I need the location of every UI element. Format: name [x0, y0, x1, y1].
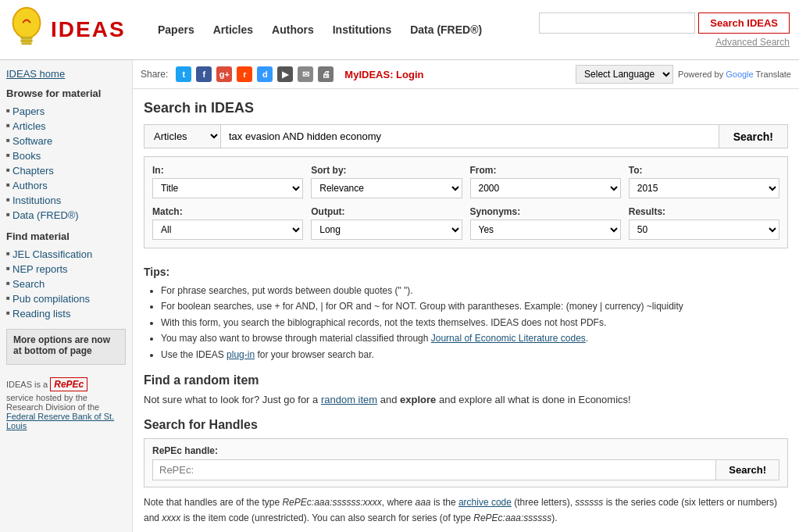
filter-from: From: 1969 1980 1990 2000 2005 2010 2015: [470, 165, 621, 198]
handles-section: Search for Handles RePEc handle: Search!…: [133, 418, 799, 532]
svg-rect-3: [21, 42, 32, 45]
search-query-input[interactable]: [220, 124, 719, 148]
handle-box: RePEc handle: Search!: [144, 438, 788, 487]
toolbar-row: Share: t f g+ r d ▶ ✉ 🖨 MyIDEAS: Login S…: [133, 60, 799, 89]
filter-grid: In: Title Abstract Author JEL code Sort …: [144, 156, 788, 248]
tip-1: For phrase searches, put words between d…: [161, 283, 788, 298]
filter-to-select[interactable]: 2000 2005 2010 2015 2016: [629, 178, 779, 198]
search-type-select[interactable]: Articles Papers Software Books Chapters …: [144, 124, 220, 148]
share-label: Share:: [141, 69, 168, 80]
nav-authors[interactable]: Authors: [272, 23, 314, 36]
handles-title: Search for Handles: [144, 418, 788, 432]
sidebar-item-books: Books: [6, 148, 126, 163]
share-area: Share: t f g+ r d ▶ ✉ 🖨 MyIDEAS: Login: [141, 66, 424, 82]
archive-code-link[interactable]: archive code: [458, 497, 512, 508]
sidebar-item-articles: Articles: [6, 119, 126, 134]
svg-rect-1: [20, 37, 32, 40]
repec-logo: RePEc: [50, 377, 87, 391]
footer-text2: service hosted by the Research Division …: [6, 393, 99, 412]
sidebar-item-chapters: Chapters: [6, 163, 126, 178]
tip-3: With this form, you search the biblograp…: [161, 315, 788, 330]
header-search-button[interactable]: Search IDEAS: [698, 12, 790, 34]
translate-area: Select Language Powered by Google Transl…: [576, 65, 791, 84]
filter-in-label: In:: [152, 165, 303, 176]
tip-2: For boolean searches, use + for AND, | f…: [161, 298, 788, 314]
tip-5: Use the IDEAS plug-in for your browser s…: [161, 347, 788, 362]
nav-papers[interactable]: Papers: [158, 23, 194, 36]
header-search-row: Search IDEAS: [539, 12, 790, 34]
gplus-share-icon[interactable]: g+: [216, 66, 232, 82]
language-select[interactable]: Select Language: [576, 65, 673, 84]
filter-match-select[interactable]: All Any: [152, 220, 303, 240]
nav-institutions[interactable]: Institutions: [333, 23, 391, 36]
main-nav: Papers Articles Authors Institutions Dat…: [158, 23, 539, 36]
jel-link[interactable]: Journal of Economic Literature codes: [431, 333, 586, 344]
search-title: Search in IDEAS: [144, 100, 788, 116]
filter-output: Output: Long Short Cite: [311, 206, 462, 240]
digg-share-icon[interactable]: ▶: [277, 66, 293, 82]
header: IDEAS Papers Articles Authors Institutio…: [0, 0, 799, 60]
filter-sort-select[interactable]: Relevance Date (newest) Date (oldest) Au…: [311, 178, 462, 198]
filter-match-label: Match:: [152, 206, 303, 217]
handle-search-button[interactable]: Search!: [715, 459, 779, 480]
handle-row: Search!: [152, 459, 779, 480]
fed-link[interactable]: Federal Reserve Bank of St. Louis: [6, 412, 114, 430]
sidebar-item-nep: NEP reports: [6, 262, 126, 277]
filter-output-select[interactable]: Long Short Cite: [311, 220, 462, 240]
twitter-share-icon[interactable]: t: [176, 66, 191, 82]
tips-section: Tips: For phrase searches, put words bet…: [133, 266, 799, 373]
svg-point-0: [13, 8, 41, 38]
search-row: Articles Papers Software Books Chapters …: [144, 124, 788, 148]
logo-area: IDEAS: [9, 6, 134, 53]
nav-data[interactable]: Data (FRED®): [410, 23, 482, 36]
translate-text: Translate: [756, 70, 791, 79]
filter-to: To: 2000 2005 2010 2015 2016: [629, 165, 779, 198]
header-search-input[interactable]: [539, 12, 695, 34]
plugin-link[interactable]: plug-in: [227, 349, 255, 360]
main-content: Share: t f g+ r d ▶ ✉ 🖨 MyIDEAS: Login S…: [133, 60, 799, 532]
filter-in-select[interactable]: Title Abstract Author JEL code: [152, 178, 303, 198]
handle-input[interactable]: [152, 459, 715, 480]
tips-list: For phrase searches, put words between d…: [144, 283, 788, 362]
myideas-login-link[interactable]: MyIDEAS: Login: [344, 69, 423, 80]
powered-by: Powered by Google Translate: [678, 70, 791, 79]
nav-articles[interactable]: Articles: [213, 23, 253, 36]
delicious-share-icon[interactable]: d: [257, 66, 273, 82]
email-share-icon[interactable]: ✉: [298, 66, 313, 82]
sidebar-item-software: Software: [6, 134, 126, 148]
search-section: Search in IDEAS Articles Papers Software…: [133, 89, 799, 266]
footer-text1: IDEAS is a: [6, 380, 48, 389]
sidebar-item-papers: Papers: [6, 104, 126, 119]
filter-sort: Sort by: Relevance Date (newest) Date (o…: [311, 165, 462, 198]
handle-label: RePEc handle:: [152, 445, 779, 456]
filter-synonyms-label: Synonyms:: [470, 206, 621, 217]
find-section-title: Find material: [6, 230, 126, 242]
tips-title: Tips:: [144, 266, 788, 278]
filter-results-select[interactable]: 10 20 50 100: [629, 220, 779, 240]
facebook-share-icon[interactable]: f: [196, 66, 212, 82]
more-options-title: More options are now at bottom of page: [13, 334, 119, 356]
filter-synonyms-select[interactable]: Yes No: [470, 220, 621, 240]
print-share-icon[interactable]: 🖨: [318, 66, 334, 82]
random-item-link[interactable]: random item: [321, 394, 377, 405]
reddit-share-icon[interactable]: r: [237, 66, 252, 82]
filter-output-label: Output:: [311, 206, 462, 217]
header-search-area: Search IDEAS Advanced Search: [539, 12, 790, 48]
random-title: Find a random item: [144, 373, 788, 387]
filter-in: In: Title Abstract Author JEL code: [152, 165, 303, 198]
sidebar-item-data: Data (FRED®): [6, 208, 126, 223]
random-section: Find a random item Not sure what to look…: [133, 373, 799, 419]
filter-from-select[interactable]: 1969 1980 1990 2000 2005 2010 2015: [470, 178, 621, 198]
random-desc: Not sure what to look for? Just go for a…: [144, 392, 788, 408]
filter-results-label: Results:: [629, 206, 779, 217]
sidebar-footer: IDEAS is a RePEc service hosted by the R…: [6, 376, 126, 430]
advanced-search-link[interactable]: Advanced Search: [715, 37, 790, 48]
filter-match: Match: All Any: [152, 206, 303, 240]
sidebar-item-authors: Authors: [6, 178, 126, 193]
handles-note: Note that handles are of the type RePEc:…: [144, 495, 788, 525]
sidebar-home-link[interactable]: IDEAS home: [6, 68, 126, 80]
google-text: Google: [726, 70, 753, 79]
filter-synonyms: Synonyms: Yes No: [470, 206, 621, 240]
search-button[interactable]: Search!: [719, 124, 788, 148]
filter-from-label: From:: [470, 165, 621, 176]
